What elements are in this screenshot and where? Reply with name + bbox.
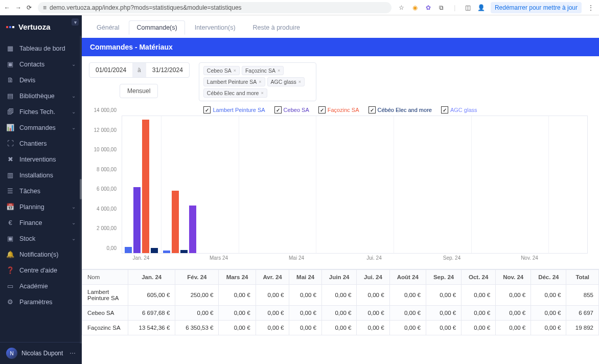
filter-chip[interactable]: AGC glass× <box>267 77 305 86</box>
user-menu-icon[interactable]: ⋯ <box>70 350 76 357</box>
chip-remove-icon[interactable]: × <box>278 68 280 73</box>
table-cell: 0,00 € <box>531 321 566 335</box>
chip-remove-icon[interactable]: × <box>234 68 236 73</box>
date-range[interactable]: 01/01/2024 à 31/12/2024 <box>89 62 190 78</box>
sidebar-item-contacts[interactable]: ▣Contacts⌄ <box>0 56 82 72</box>
tab-commande-s-[interactable]: Commande(s) <box>129 20 185 35</box>
legend-checkbox[interactable]: ✓ <box>318 106 326 113</box>
table-cell: 0,00 € <box>219 321 256 335</box>
ext-icon-1[interactable]: ◉ <box>411 4 419 11</box>
brand-name: Vertuoza <box>18 22 51 31</box>
chevron-down-icon: ⌄ <box>72 220 76 225</box>
sidebar-item-label: Contacts <box>19 61 44 68</box>
table-row: Cebeo SA6 697,68 €0,00 €0,00 €0,00 €0,00… <box>82 306 599 321</box>
sidebar-item-centre-d-aide[interactable]: ❓Centre d'aide <box>0 262 82 278</box>
chart-bar[interactable] <box>133 187 141 253</box>
legend-item[interactable]: ✓Façozinc SA <box>318 106 359 113</box>
chart-bar[interactable] <box>172 191 179 253</box>
chart-bar[interactable] <box>142 120 149 253</box>
url-bar[interactable]: ≡ demo.vertuoza.app/index.php?mods=stati… <box>38 2 391 13</box>
chart-bar[interactable] <box>180 250 188 253</box>
sidebar-icon: ⛶ <box>6 140 14 147</box>
table-header: Total <box>566 270 599 285</box>
puzzle-icon[interactable]: ⧉ <box>437 4 446 11</box>
sidebar-item-notification-s-[interactable]: 🔔Notification(s) <box>0 246 82 262</box>
star-icon[interactable]: ☆ <box>398 4 406 11</box>
legend-item[interactable]: ✓Lambert Peinture SA <box>203 106 265 113</box>
profile-icon[interactable]: 👤 <box>477 4 486 11</box>
legend-checkbox[interactable]: ✓ <box>441 106 448 113</box>
x-axis-tick: Mars 24 <box>210 255 228 261</box>
kebab-icon[interactable]: ⋮ <box>587 4 595 11</box>
table-cell-name: Lambert Peinture SA <box>82 285 128 306</box>
supplier-filter[interactable]: Cebeo SA×Façozinc SA×Lambert Peinture SA… <box>199 62 316 101</box>
nav-forward-icon[interactable]: → <box>15 4 21 11</box>
legend-checkbox[interactable]: ✓ <box>274 106 282 113</box>
legend-item[interactable]: ✓Cebeo SA <box>274 106 309 113</box>
y-axis-tick: 4 000,00 <box>89 206 117 211</box>
sidebar-user[interactable]: N Nicolas Dupont ⋯ <box>0 342 82 364</box>
table-cell: 0,00 € <box>462 285 496 306</box>
date-from[interactable]: 01/01/2024 <box>89 63 132 77</box>
sidebar-item-fiches-tech-[interactable]: 🗐Fiches Tech.⌄ <box>0 104 82 120</box>
sidebar-item-param-tres[interactable]: ⚙Paramètres <box>0 294 82 310</box>
sidebar-icon: ☰ <box>6 187 14 195</box>
sidebar-item-acad-mie[interactable]: ▭Académie <box>0 278 82 294</box>
avatar-icon: N <box>6 348 17 359</box>
filter-chip[interactable]: Façozinc SA× <box>242 66 284 75</box>
ext-icon-2[interactable]: ✿ <box>424 4 432 11</box>
x-axis-tick: Jan. 24 <box>133 255 150 261</box>
sidebar-item-tableau-de-bord[interactable]: ▦Tableau de bord <box>0 40 82 56</box>
sidebar-icon: ▦ <box>6 44 14 52</box>
chart-bar[interactable] <box>189 206 196 253</box>
chart-bar[interactable] <box>151 248 158 253</box>
nav-back-icon[interactable]: ← <box>4 4 10 11</box>
sidebar-item-commandes[interactable]: 📊Commandes⌄ <box>0 120 82 135</box>
legend-label: Cebeo SA <box>284 107 309 113</box>
filter-chip[interactable]: Lambert Peinture SA× <box>203 77 265 86</box>
legend-item[interactable]: ✓AGC glass <box>441 106 477 113</box>
sidebar-item-interventions[interactable]: ✖Interventions <box>0 151 82 167</box>
chip-remove-icon[interactable]: × <box>259 79 261 84</box>
sidebar-item-biblioth-que[interactable]: ▤Bibliothèque⌄ <box>0 88 82 104</box>
chip-remove-icon[interactable]: × <box>298 79 301 84</box>
sidebar-item-chantiers[interactable]: ⛶Chantiers <box>0 135 82 151</box>
chart-bar[interactable] <box>163 251 170 253</box>
chart: 0,002 000,004 000,006 000,008 000,0010 0… <box>89 116 592 264</box>
chart-bar[interactable] <box>125 247 132 253</box>
chip-remove-icon[interactable]: × <box>261 90 263 96</box>
chevron-down-icon: ⌄ <box>72 125 76 130</box>
period-select[interactable]: Mensuel <box>120 84 158 98</box>
table-row: Façozinc SA13 542,36 €6 350,53 €0,00 €0,… <box>82 321 599 335</box>
table-cell: 0,00 € <box>175 306 219 321</box>
sidebar-scrollbar[interactable] <box>80 36 82 344</box>
restart-button[interactable]: Redémarrer pour mettre à jour <box>491 2 582 13</box>
tab-g-n-ral[interactable]: Général <box>89 20 127 35</box>
chart-legend: ✓Lambert Peinture SA✓Cebeo SA✓Façozinc S… <box>82 103 599 116</box>
sidebar-item-planning[interactable]: 📅Planning⌄ <box>0 199 82 215</box>
section-header: Commandes - Matériaux <box>82 38 599 56</box>
sidebar-item-stock[interactable]: ▣Stock⌄ <box>0 231 82 246</box>
legend-item[interactable]: ✓Cébéo Elec and more <box>368 106 432 113</box>
sidebar-collapse-button[interactable]: ▾ <box>72 18 79 26</box>
sidebar-item-t-ches[interactable]: ☰Tâches <box>0 183 82 199</box>
table-cell: 0,00 € <box>531 285 566 306</box>
sidebar-item-label: Installations <box>19 172 53 179</box>
table-cell: 0,00 € <box>496 306 531 321</box>
legend-checkbox[interactable]: ✓ <box>368 106 376 113</box>
sidebar-item-finance[interactable]: €Finance⌄ <box>0 215 82 231</box>
filter-chip[interactable]: Cebeo SA× <box>203 66 240 75</box>
tab-reste-produire[interactable]: Reste à produire <box>245 20 308 35</box>
sidebar-item-installations[interactable]: ▥Installations <box>0 167 82 183</box>
nav-reload-icon[interactable]: ⟳ <box>27 4 32 11</box>
date-to[interactable]: 31/12/2024 <box>146 63 189 77</box>
sidebar-icon: ▤ <box>6 92 14 100</box>
filter-chip[interactable]: Cébéo Elec and more× <box>203 88 267 98</box>
tab-intervention-s-[interactable]: Intervention(s) <box>187 20 243 35</box>
sidebar-item-devis[interactable]: 🗎Devis <box>0 72 82 88</box>
legend-checkbox[interactable]: ✓ <box>203 106 211 113</box>
sidebar-item-label: Devis <box>19 77 35 84</box>
panel-icon[interactable]: ◫ <box>464 4 472 11</box>
table-header: Jui. 24 <box>357 270 389 285</box>
site-icon: ≡ <box>43 4 47 11</box>
